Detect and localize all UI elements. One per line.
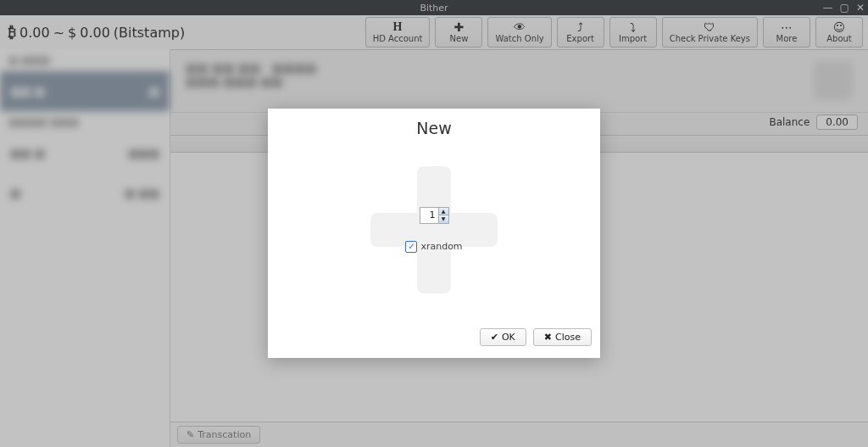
close-label: Close (555, 332, 581, 343)
spinner-up-button[interactable]: ▲ (439, 208, 448, 216)
ok-button[interactable]: ✔ OK (480, 328, 526, 346)
ok-label: OK (502, 332, 515, 343)
xrandom-label: xrandom (420, 241, 462, 252)
count-value: 1 (420, 210, 438, 221)
new-dialog: New 1 ▲ ▼ ✓ xrandom ✔ OK ✖ Close (268, 109, 600, 358)
dialog-title: New (268, 109, 600, 137)
checkbox-checked-icon: ✓ (405, 241, 417, 253)
check-icon: ✔ (491, 332, 498, 343)
spinner-down-button[interactable]: ▼ (439, 215, 448, 223)
xrandom-checkbox[interactable]: ✓ xrandom (405, 241, 462, 253)
close-button[interactable]: ✖ Close (533, 328, 592, 346)
count-spinner[interactable]: 1 ▲ ▼ (420, 207, 449, 224)
close-icon: ✖ (544, 332, 552, 343)
